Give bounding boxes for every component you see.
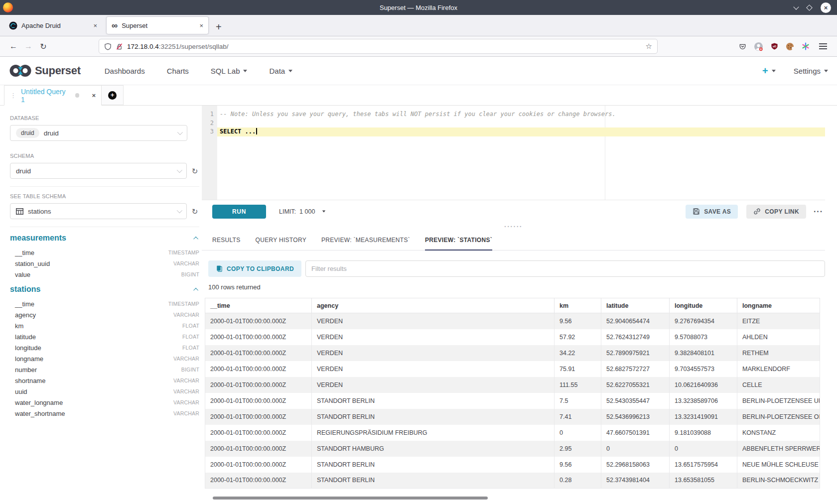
table-cell: BERLIN-PLOETZENSEE UP <box>737 393 820 409</box>
sqllab-main-panel: 123 -- Note: Unless you save your query,… <box>202 106 837 504</box>
back-button[interactable]: ← <box>6 39 21 53</box>
window-maximize-icon[interactable] <box>806 4 813 11</box>
results-tab-results[interactable]: RESULTS <box>212 237 241 250</box>
results-tab-query-history[interactable]: QUERY HISTORY <box>256 237 306 250</box>
browser-tab-superset[interactable]: ∞ Superset × <box>106 16 209 34</box>
copy-link-button[interactable]: COPY LINK <box>746 205 806 219</box>
drag-handle-icon[interactable]: ⋮ <box>10 92 16 99</box>
column-header-latitude[interactable]: latitude <box>601 298 670 313</box>
column-type: VARCHAR <box>173 399 199 405</box>
schema-column-row: longitudeFLOAT <box>10 342 199 353</box>
table-row: 2000-01-01T00:00:00.000ZVERDEN34.2252.78… <box>205 345 820 361</box>
close-tab-icon[interactable]: × <box>93 22 97 29</box>
nav-item-data[interactable]: Data <box>258 67 303 75</box>
window-minimize-icon[interactable] <box>793 4 799 9</box>
forward-button[interactable]: → <box>21 39 36 53</box>
plus-icon: + <box>762 65 768 77</box>
sqllab-workspace: DATABASE druid druid SCHEMA druid ↻ SEE … <box>0 106 837 504</box>
scrollbar-thumb[interactable] <box>213 497 488 500</box>
nav-item-dashboards[interactable]: Dashboards <box>94 67 156 75</box>
column-header-longitude[interactable]: longitude <box>670 298 737 313</box>
reload-button[interactable]: ↻ <box>36 39 51 53</box>
browser-tab-apache-druid[interactable]: Apache Druid × <box>4 16 102 34</box>
table-cell: 0 <box>670 441 737 457</box>
settings-menu[interactable]: Settings <box>794 67 828 75</box>
table-cell: 52.7624312749 <box>601 329 670 345</box>
results-header-row: __timeagencykmlatitudelongitudelongname <box>205 298 820 313</box>
results-tab-preview-stations[interactable]: PREVIEW: `STATIONS` <box>425 237 492 250</box>
superset-navbar: Superset DashboardsChartsSQL LabData + S… <box>0 57 837 85</box>
table-cell: VERDEN <box>312 313 555 329</box>
insecure-lock-icon[interactable] <box>116 43 123 50</box>
column-header-time[interactable]: __time <box>205 298 312 313</box>
database-select[interactable]: druid druid <box>10 125 187 141</box>
column-header-km[interactable]: km <box>555 298 601 313</box>
filter-results-input[interactable] <box>305 260 825 277</box>
schema-table-name-measurements[interactable]: measurements <box>10 234 66 243</box>
new-item-button[interactable]: + <box>762 65 776 77</box>
limit-dropdown[interactable]: LIMIT: 1 000 <box>279 208 326 215</box>
bookmark-star-icon[interactable]: ☆ <box>646 42 652 51</box>
chevron-up-icon[interactable] <box>193 287 198 292</box>
column-type: FLOAT <box>182 345 199 351</box>
sqllab-sidebar: DATABASE druid druid SCHEMA druid ↻ SEE … <box>0 106 202 504</box>
copy-to-clipboard-button[interactable]: COPY TO CLIPBOARD <box>208 260 301 277</box>
divider <box>10 227 199 227</box>
new-query-tab[interactable]: + <box>102 85 124 105</box>
table-cell: BERLIN-SCHMOECKWITZ <box>737 473 820 489</box>
column-name: longitude <box>15 344 41 352</box>
table-cell: EITZE <box>737 313 820 329</box>
table-select[interactable]: stations <box>10 203 187 219</box>
close-tab-icon[interactable]: × <box>199 22 203 29</box>
pocket-icon[interactable] <box>739 43 746 50</box>
query-tab-label: Untitled Query 1 <box>21 88 71 104</box>
superset-brand[interactable]: Superset <box>9 63 81 78</box>
sql-editor[interactable]: 123 -- Note: Unless you save your query,… <box>202 106 825 200</box>
more-options-button[interactable]: ··· <box>814 207 823 216</box>
sql-text: SELECT ... <box>220 128 256 135</box>
column-type: FLOAT <box>182 323 199 329</box>
window-close-button[interactable]: × <box>821 2 831 13</box>
new-tab-button[interactable]: + <box>216 22 222 32</box>
column-header-agency[interactable]: agency <box>312 298 555 313</box>
editor-code-area[interactable]: -- Note: Unless you save your query, the… <box>217 106 825 200</box>
extension-asterisk-icon[interactable] <box>802 42 810 50</box>
table-cell: 9.181039088 <box>670 425 737 441</box>
column-header-longname[interactable]: longname <box>737 298 820 313</box>
run-button[interactable]: RUN <box>212 205 266 219</box>
menu-hamburger-icon[interactable] <box>819 46 827 47</box>
nav-item-sql-lab[interactable]: SQL Lab <box>200 67 259 75</box>
table-cell: 52.6227055321 <box>601 377 670 393</box>
account-icon[interactable] <box>754 42 763 51</box>
table-cell: 52.6827572727 <box>601 361 670 377</box>
save-as-button[interactable]: SAVE AS <box>686 205 738 219</box>
schema-column-row: __timeTIMESTAMP <box>10 247 199 258</box>
column-name: number <box>15 366 37 374</box>
browser-tab-label: Superset <box>122 22 147 29</box>
table-cell: 0 <box>601 441 670 457</box>
url-text[interactable]: 172.18.0.4:32251/superset/sqllab/ <box>127 43 228 50</box>
schema-table-name-stations[interactable]: stations <box>10 285 40 294</box>
refresh-schemas-icon[interactable]: ↻ <box>190 167 199 175</box>
shield-icon[interactable] <box>104 43 112 50</box>
refresh-tables-icon[interactable]: ↻ <box>190 208 199 215</box>
table-cell: 13.3238589706 <box>670 393 737 409</box>
table-cell: STANDORT BERLIN <box>312 409 555 425</box>
firefox-window: Superset — Mozilla Firefox × Apache Drui… <box>0 0 837 504</box>
table-cell: RETHEM <box>737 345 820 361</box>
ublock-icon[interactable]: uO <box>771 42 778 50</box>
column-name: longname <box>15 355 43 363</box>
url-bar[interactable]: 172.18.0.4:32251/superset/sqllab/ ☆ <box>99 39 658 54</box>
cookie-icon[interactable] <box>786 42 794 51</box>
panel-splitter[interactable]: ······ <box>202 223 825 231</box>
nav-item-charts[interactable]: Charts <box>156 67 200 75</box>
schema-select[interactable]: druid <box>10 163 187 179</box>
table-row: 2000-01-01T00:00:00.000ZSTANDORT HAMBURG… <box>205 441 820 457</box>
chevron-up-icon[interactable] <box>193 236 198 241</box>
close-query-tab-icon[interactable]: × <box>92 92 96 99</box>
copy-link-label: COPY LINK <box>765 208 799 215</box>
results-tab-preview-measurements[interactable]: PREVIEW: `MEASUREMENTS` <box>321 237 410 250</box>
query-tab-untitled-query-1[interactable]: ⋮ Untitled Query 1 × <box>4 85 102 106</box>
table-cell: 9.3828408101 <box>670 345 737 361</box>
table-cell: 2000-01-01T00:00:00.000Z <box>205 329 312 345</box>
